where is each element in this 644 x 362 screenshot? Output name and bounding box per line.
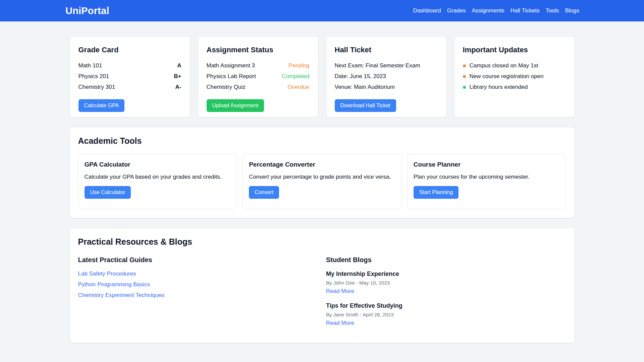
hall-ticket-line: Next Exam: Final Semester Exam	[335, 62, 438, 69]
exam-date: Date: June 15, 2023	[335, 73, 386, 80]
blog-post-title: My Internship Experience	[326, 270, 566, 278]
orange-dot-icon	[463, 64, 466, 67]
blogs-title: Student Blogs	[326, 256, 566, 264]
nav-tools[interactable]: Tools	[546, 7, 559, 14]
resources-title: Practical Resources & Blogs	[78, 237, 566, 247]
tool-description: Plan your courses for the upcoming semes…	[414, 173, 560, 181]
nav-grades[interactable]: Grades	[447, 7, 466, 14]
tool-description: Calculate your GPA based on your grades …	[85, 173, 231, 181]
gpa-calculator-tool: GPA Calculator Calculate your GPA based …	[78, 154, 237, 209]
tool-title: Course Planner	[414, 161, 560, 168]
brand-logo: UniPortal	[65, 5, 109, 16]
course-label: Math 101	[78, 62, 102, 69]
guide-link-lab-safety[interactable]: Lab Safety Procedures	[78, 270, 318, 277]
hall-ticket-line: Date: June 15, 2023	[335, 73, 438, 80]
grade-card: Grade Card Math 101 A Physics 201 B+ Che…	[70, 37, 190, 117]
main-content: Grade Card Math 101 A Physics 201 B+ Che…	[70, 37, 574, 343]
read-more-link[interactable]: Read More	[326, 288, 354, 294]
convert-button[interactable]: Convert	[249, 186, 279, 199]
update-item: New course registration open	[463, 73, 566, 80]
dashboard-cards-row: Grade Card Math 101 A Physics 201 B+ Che…	[70, 37, 574, 117]
student-blogs-column: Student Blogs My Internship Experience B…	[326, 255, 566, 334]
grade-card-title: Grade Card	[78, 46, 181, 54]
course-planner-tool: Course Planner Plan your courses for the…	[407, 154, 566, 209]
hall-ticket-title: Hall Ticket	[335, 46, 438, 54]
tool-title: Percentage Converter	[249, 161, 395, 168]
hall-ticket-line: Venue: Main Auditorium	[335, 84, 438, 90]
update-item: Campus closed on May 1st	[463, 62, 566, 69]
guides-title: Latest Practical Guides	[78, 256, 318, 264]
percentage-converter-tool: Percentage Converter Convert your percen…	[243, 154, 401, 209]
tool-title: GPA Calculator	[85, 161, 231, 168]
download-hall-ticket-button[interactable]: Download Hall Ticket	[335, 99, 396, 112]
upload-assignment-button[interactable]: Upload Assignment	[207, 99, 264, 112]
orange-dot-icon	[463, 75, 466, 78]
grade-value: B+	[174, 73, 181, 80]
nav-dashboard[interactable]: Dashboard	[413, 7, 441, 14]
grade-row: Math 101 A	[78, 62, 181, 69]
app-header: UniPortal Dashboard Grades Assignments H…	[0, 0, 644, 21]
grade-row: Chemistry 301 A-	[78, 84, 181, 90]
resources-blogs-section: Practical Resources & Blogs Latest Pract…	[70, 228, 574, 343]
grade-value: A	[177, 62, 181, 69]
assignment-label: Chemistry Quiz	[207, 84, 246, 90]
status-badge: Completed	[282, 73, 309, 80]
tool-description: Convert your percentage to grade points …	[249, 173, 395, 181]
update-text: Campus closed on May 1st	[470, 62, 538, 69]
assignment-status-title: Assignment Status	[207, 46, 310, 54]
course-label: Chemistry 301	[78, 84, 115, 90]
important-updates-title: Important Updates	[463, 46, 566, 54]
hall-ticket-card: Hall Ticket Next Exam: Final Semester Ex…	[326, 37, 446, 117]
nav-hall-tickets[interactable]: Hall Tickets	[511, 7, 540, 14]
course-label: Physics 201	[78, 73, 109, 80]
main-nav: Dashboard Grades Assignments Hall Ticket…	[413, 7, 579, 14]
calculate-gpa-button[interactable]: Calculate GPA	[78, 99, 125, 112]
update-text: Library hours extended	[470, 84, 528, 90]
assignment-row: Math Assignment 3 Pending	[207, 62, 310, 69]
resources-grid: Latest Practical Guides Lab Safety Proce…	[78, 255, 566, 334]
academic-tools-title: Academic Tools	[78, 136, 566, 146]
blog-post: My Internship Experience By John Doe - M…	[326, 270, 566, 295]
assignment-label: Physics Lab Report	[207, 73, 256, 80]
blog-post-title: Tips for Effective Studying	[326, 302, 566, 309]
assignment-row: Physics Lab Report Completed	[207, 73, 310, 80]
status-badge: Pending	[288, 62, 309, 69]
assignment-status-card: Assignment Status Math Assignment 3 Pend…	[198, 37, 318, 117]
update-item: Library hours extended	[463, 84, 566, 90]
tools-grid: GPA Calculator Calculate your GPA based …	[78, 154, 566, 209]
green-dot-icon	[463, 86, 466, 89]
blog-post-meta: By John Doe - May 10, 2023	[326, 280, 566, 286]
practical-guides-column: Latest Practical Guides Lab Safety Proce…	[78, 255, 318, 334]
use-calculator-button[interactable]: Use Calculator	[85, 186, 131, 199]
update-text: New course registration open	[470, 73, 544, 80]
start-planning-button[interactable]: Start Planning	[414, 186, 459, 199]
blog-post: Tips for Effective Studying By Jane Smit…	[326, 302, 566, 326]
academic-tools-section: Academic Tools GPA Calculator Calculate …	[70, 127, 574, 218]
exam-name: Next Exam: Final Semester Exam	[335, 62, 420, 69]
status-badge: Overdue	[287, 84, 309, 90]
grade-row: Physics 201 B+	[78, 73, 181, 80]
blog-post-meta: By Jane Smith - April 28, 2023	[326, 312, 566, 317]
grade-value: A-	[175, 84, 181, 90]
guide-link-chemistry-techniques[interactable]: Chemistry Experiment Techniques	[78, 292, 318, 299]
important-updates-card: Important Updates Campus closed on May 1…	[454, 37, 574, 117]
guide-link-python-basics[interactable]: Python Programming Basics	[78, 281, 318, 288]
assignment-label: Math Assignment 3	[207, 62, 255, 69]
nav-assignments[interactable]: Assignments	[472, 7, 504, 14]
nav-blogs[interactable]: Blogs	[565, 7, 579, 14]
exam-venue: Venue: Main Auditorium	[335, 84, 395, 90]
read-more-link[interactable]: Read More	[326, 320, 354, 326]
assignment-row: Chemistry Quiz Overdue	[207, 84, 310, 90]
